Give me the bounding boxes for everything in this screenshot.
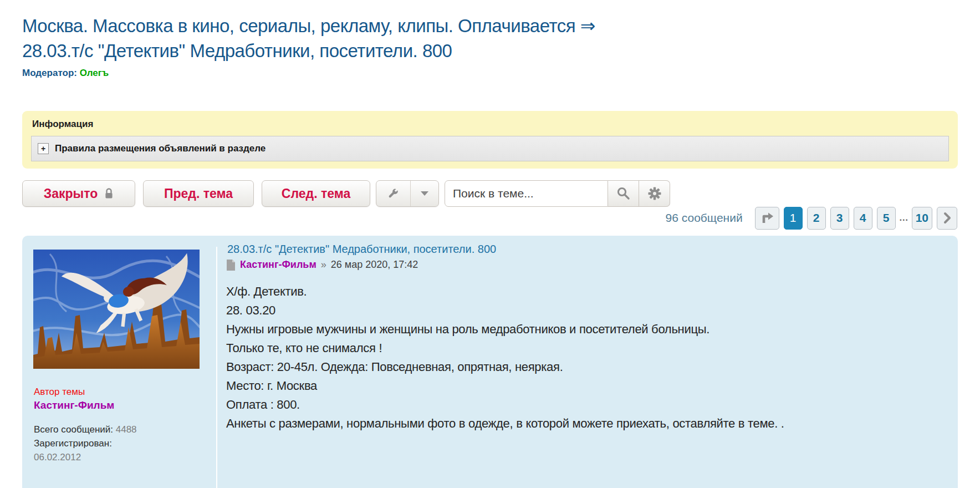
chevron-right-icon [943,211,952,225]
topic-toolbar: Закрыто Пред. тема След. тема [22,180,670,207]
moderator-label: Модератор: [22,68,77,78]
post-profile: Автор темы Кастинг-Фильм Всего сообщений… [33,250,215,369]
next-page-button[interactable] [937,207,957,230]
post-body-line: Оплата : 800. [226,395,941,414]
moderator-link[interactable]: Олегъ [80,68,109,78]
page-button-2[interactable]: 2 [807,207,826,230]
lock-icon [104,187,114,200]
information-box: Информация + Правила размещения объявлен… [22,111,958,169]
topic-tools-button[interactable] [376,180,439,207]
chevron-down-icon[interactable] [411,181,438,206]
previous-topic-button[interactable]: Пред. тема [143,180,254,207]
post-body-line: Х/ф. Детектив. [226,282,941,301]
information-title: Информация [32,119,949,130]
post-body-line: Возраст: 20-45л. Одежда: Повседневная, о… [226,358,941,377]
closed-button[interactable]: Закрыто [22,180,135,207]
posts-label: Всего сообщений: [34,424,113,435]
posts-value: 4488 [116,424,137,435]
jump-to-page-button[interactable] [755,207,779,230]
post-subject-link[interactable]: 28.03.т/с "Детектив" Медработники, посет… [227,243,496,256]
author-profile-link[interactable]: Кастинг-Фильм [34,399,114,411]
gear-icon [648,187,661,200]
post-body-line: Только те, кто не снимался ! [226,339,941,358]
page-button-5[interactable]: 5 [877,207,896,230]
page-button-1[interactable]: 1 [784,207,803,230]
post-body-line: Место: г. Москва [226,377,941,395]
page-button-4[interactable]: 4 [854,207,872,230]
avatar[interactable] [33,250,200,369]
post-body-line: 28. 03.20 [226,301,941,320]
closed-button-label: Закрыто [44,186,98,201]
page-button-10[interactable]: 10 [912,207,932,230]
page-title[interactable]: Москва. Массовка в кино, сериалы, реклам… [22,13,937,63]
post-body-line: Анкеты с размерами, нормальными фото в о… [226,414,941,433]
page-title-line1: Москва. Массовка в кино, сериалы, реклам… [22,16,595,36]
previous-topic-label: Пред. тема [164,186,233,201]
search-button[interactable] [608,180,639,207]
posts-stat: Всего сообщений: 4488 [34,423,137,436]
expand-plus-icon[interactable]: + [38,143,49,154]
registered-label: Зарегистрирован: [34,436,137,450]
post-body: Х/ф. Детектив. 28. 03.20 Нужны игровые м… [226,282,941,433]
post-body-line: Нужны игровые мужчины и женщины на роль … [226,320,941,339]
search-input[interactable] [445,180,608,207]
message-count: 96 сообщений [666,211,743,225]
rules-expander[interactable]: + Правила размещения объявлений в раздел… [31,136,949,161]
search-icon [616,186,631,201]
rules-label: Правила размещения объявлений в разделе [55,143,266,154]
post-byline: Кастинг-Фильм » 26 мар 2020, 17:42 [226,259,941,271]
post-file-icon [226,260,236,271]
post-date: 26 мар 2020, 17:42 [331,259,418,271]
next-topic-button[interactable]: След. тема [262,180,370,207]
author-stats: Всего сообщений: 4488 Зарегистрирован: 0… [34,423,137,464]
jump-to-page-icon [759,210,775,226]
byline-author-link[interactable]: Кастинг-Фильм [240,259,317,271]
pagination-ellipsis: … [899,212,908,223]
byline-separator: » [321,259,326,271]
moderator-line: Модератор: Олегъ [22,68,109,79]
author-role-badge: Автор темы [34,387,85,398]
page-button-3[interactable]: 3 [830,207,849,230]
advanced-search-button[interactable] [639,180,670,207]
next-topic-label: След. тема [282,186,350,201]
profile-content-divider [216,247,217,488]
forum-topic-page: Москва. Массовка в кино, сериалы, реклам… [0,0,980,488]
registered-value: 06.02.2012 [34,450,137,464]
pagination-row: 96 сообщений 1 2 3 4 5 … 10 [22,206,957,230]
page-title-line2: 28.03.т/с "Детектив" Медработники, посет… [22,40,452,61]
wrench-icon[interactable] [376,181,411,206]
topic-search-group [445,180,670,207]
post-panel: Автор темы Кастинг-Фильм Всего сообщений… [22,236,958,488]
post-content: 28.03.т/с "Детектив" Медработники, посет… [226,243,941,433]
